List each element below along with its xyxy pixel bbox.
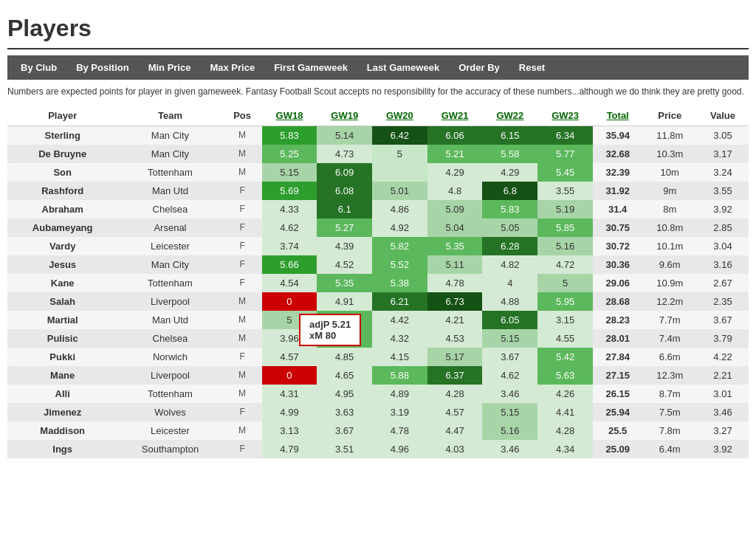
table-row: De BruyneMan CityM5.254.7355.215.585.773… (7, 145, 749, 163)
table-cell: M (223, 163, 262, 182)
table-cell: 7.8m (642, 421, 697, 440)
col-gw19[interactable]: GW19 (317, 106, 372, 126)
table-cell: 6.42 (372, 125, 427, 145)
by-club-button[interactable]: By Club (12, 58, 66, 77)
col-total[interactable]: Total (593, 106, 643, 126)
table-cell: 6.37 (427, 366, 483, 385)
table-cell: Man Utd (117, 311, 222, 329)
table-cell: 4.78 (372, 421, 427, 440)
table-cell: Maddison (7, 421, 117, 440)
col-gw20[interactable]: GW20 (372, 106, 427, 126)
table-cell: 4.91 (317, 292, 372, 311)
order-by-button[interactable]: Order By (450, 58, 509, 77)
table-cell: 12.2m (642, 292, 697, 311)
table-cell: Kane (7, 274, 117, 292)
table-cell: 25.09 (593, 440, 643, 458)
table-cell: 5.15 (262, 163, 317, 182)
table-cell: 3.46 (482, 385, 537, 403)
table-row: PulisicChelseaM3.965.54.324.535.154.5528… (7, 329, 749, 348)
table-cell: 3.46 (697, 403, 749, 421)
table-cell: 5.39 (317, 311, 372, 329)
table-cell: M (223, 366, 262, 385)
table-cell: 3.67 (482, 348, 537, 366)
table-cell: Liverpool (117, 366, 222, 385)
table-cell: 2.67 (697, 274, 749, 292)
col-gw22[interactable]: GW22 (482, 106, 537, 126)
first-gameweek-button[interactable]: First Gameweek (265, 58, 357, 77)
table-cell: 3.67 (317, 421, 372, 440)
table-header-row: Player Team Pos GW18 GW19 GW20 GW21 GW22… (7, 106, 749, 126)
table-cell: 3.92 (697, 200, 749, 218)
table-cell: Abraham (7, 200, 117, 218)
table-cell: Tottenham (117, 163, 222, 182)
table-cell: Aubameyang (7, 218, 117, 237)
col-gw18[interactable]: GW18 (262, 106, 317, 126)
table-cell: 2.35 (697, 292, 749, 311)
table-cell: 5.11 (427, 255, 483, 274)
table-cell: 6.4m (642, 440, 697, 458)
table-cell: 25.5 (593, 421, 643, 440)
table-cell: Salah (7, 292, 117, 311)
table-cell: 5.21 (427, 145, 483, 163)
table-cell: M (223, 385, 262, 403)
table-cell: 3.15 (537, 311, 593, 329)
table-cell: F (223, 255, 262, 274)
last-gameweek-button[interactable]: Last Gameweek (358, 58, 448, 77)
reset-button[interactable]: Reset (510, 58, 554, 77)
col-gw23[interactable]: GW23 (537, 106, 593, 126)
table-cell: 4.72 (537, 255, 593, 274)
table-cell: 3.46 (482, 440, 537, 458)
table-cell: 4.34 (537, 440, 593, 458)
table-cell: 5.88 (372, 366, 427, 385)
table-cell: 10.1m (642, 237, 697, 255)
table-cell: 6.8 (482, 182, 537, 200)
table-cell: 9.6m (642, 255, 697, 274)
table-cell: De Bruyne (7, 145, 117, 163)
table-cell: 4.79 (262, 440, 317, 458)
table-row: SterlingMan CityM5.835.146.426.066.156.3… (7, 125, 749, 145)
by-position-button[interactable]: By Position (67, 58, 138, 77)
table-cell: 5.09 (427, 200, 483, 218)
table-cell: 3.55 (697, 182, 749, 200)
table-cell: 3.79 (697, 329, 749, 348)
table-cell: 3.55 (537, 182, 593, 200)
table-cell: 5.04 (427, 218, 483, 237)
table-cell: 4.82 (482, 255, 537, 274)
table-cell: M (223, 145, 262, 163)
table-row: MaddisonLeicesterM3.133.674.784.475.164.… (7, 421, 749, 440)
table-cell: 4.28 (537, 421, 593, 440)
table-cell: 4.29 (482, 163, 537, 182)
table-cell: 6.1 (317, 200, 372, 218)
table-cell: 4.39 (317, 237, 372, 255)
col-gw21[interactable]: GW21 (427, 106, 483, 126)
table-cell: Tottenham (117, 385, 222, 403)
table-cell: Pulisic (7, 329, 117, 348)
table-cell: Man Utd (117, 182, 222, 200)
max-price-button[interactable]: Max Price (201, 58, 264, 77)
table-cell: 0 (262, 366, 317, 385)
table-cell: 4.15 (372, 348, 427, 366)
col-value: Value (697, 106, 749, 126)
table-cell: Alli (7, 385, 117, 403)
table-row: KaneTottenhamF4.545.355.384.784529.0610.… (7, 274, 749, 292)
table-cell: F (223, 200, 262, 218)
players-table: Player Team Pos GW18 GW19 GW20 GW21 GW22… (7, 106, 749, 458)
table-cell: 5.01 (372, 182, 427, 200)
table-cell: 5.38 (372, 274, 427, 292)
table-cell: 5.85 (537, 218, 593, 237)
table-cell: 2.85 (697, 218, 749, 237)
table-cell: 4.42 (372, 311, 427, 329)
table-cell: 5.95 (537, 292, 593, 311)
table-cell: Leicester (117, 421, 222, 440)
min-price-button[interactable]: Min Price (140, 58, 200, 77)
col-pos: Pos (223, 106, 262, 126)
table-cell: 4.62 (262, 218, 317, 237)
table-cell: 5.05 (482, 218, 537, 237)
table-cell: 4.47 (427, 421, 483, 440)
table-cell: 5.45 (537, 163, 593, 182)
table-cell: 30.72 (593, 237, 643, 255)
table-cell: Chelsea (117, 329, 222, 348)
table-cell: 5.16 (482, 421, 537, 440)
table-cell: 27.84 (593, 348, 643, 366)
table-cell: 3.63 (317, 403, 372, 421)
